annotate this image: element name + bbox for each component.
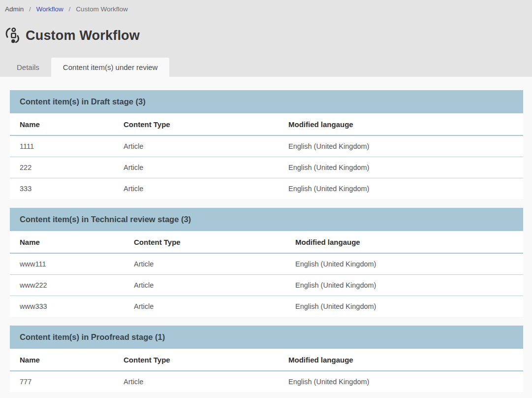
- table-header-row: NameContent TypeModified langauge: [10, 231, 523, 253]
- stage-section: Content item(s) in Technical review stag…: [10, 208, 523, 317]
- tab-content-items-under-review[interactable]: Content item(s) under review: [51, 58, 170, 77]
- item-name: 333: [10, 178, 114, 199]
- stage-section: Content item(s) in Draft stage (3) NameC…: [10, 90, 523, 199]
- table-header-row: NameContent TypeModified langauge: [10, 113, 523, 135]
- workflow-icon: [4, 26, 21, 45]
- breadcrumb-item-workflow[interactable]: Workflow: [36, 5, 63, 13]
- table-row: www222ArticleEnglish (United Kingdom): [10, 275, 523, 296]
- table-row: 1111ArticleEnglish (United Kingdom): [10, 135, 523, 157]
- column-header: Modified langauge: [279, 113, 523, 135]
- item-name: 222: [10, 157, 114, 178]
- item-name: www111: [10, 253, 124, 275]
- stage-section-heading: Content item(s) in Technical review stag…: [10, 208, 523, 231]
- title-row: Custom Workflow: [4, 26, 140, 45]
- content-area: Content item(s) in Draft stage (3) NameC…: [0, 77, 532, 392]
- item-name: www222: [10, 275, 124, 296]
- item-language: English (United Kingdom): [279, 371, 523, 392]
- item-content-type: Article: [124, 296, 285, 317]
- column-header: Name: [10, 231, 124, 253]
- item-language: English (United Kingdom): [285, 253, 523, 275]
- item-language: English (United Kingdom): [279, 135, 523, 157]
- item-content-type: Article: [114, 157, 279, 178]
- table-row: www333ArticleEnglish (United Kingdom): [10, 296, 523, 317]
- item-content-type: Article: [114, 135, 279, 157]
- item-content-type: Article: [124, 253, 285, 275]
- item-content-type: Article: [114, 371, 279, 392]
- column-header: Modified langauge: [279, 349, 523, 371]
- tab-details[interactable]: Details: [5, 58, 51, 77]
- column-header: Content Type: [114, 349, 279, 371]
- column-header: Modified langauge: [285, 231, 523, 253]
- breadcrumb-separator: /: [29, 5, 31, 13]
- item-name: 777: [10, 371, 114, 392]
- item-name: www333: [10, 296, 124, 317]
- column-header: Content Type: [114, 113, 279, 135]
- breadcrumb: Admin / Workflow / Custom Workflow: [5, 5, 128, 13]
- table-header-row: NameContent TypeModified langauge: [10, 349, 523, 371]
- table-row: www111ArticleEnglish (United Kingdom): [10, 253, 523, 275]
- stage-section-heading: Content item(s) in Draft stage (3): [10, 90, 523, 113]
- breadcrumb-item-current: Custom Workflow: [76, 5, 128, 13]
- item-language: English (United Kingdom): [279, 178, 523, 199]
- content-items-table: NameContent TypeModified langauge www111…: [10, 231, 523, 317]
- column-header: Content Type: [124, 231, 285, 253]
- content-items-table: NameContent TypeModified langauge 777Art…: [10, 349, 523, 392]
- page-title: Custom Workflow: [26, 28, 140, 43]
- item-language: English (United Kingdom): [279, 157, 523, 178]
- table-row: 333ArticleEnglish (United Kingdom): [10, 178, 523, 199]
- item-language: English (United Kingdom): [285, 275, 523, 296]
- page-header: Admin / Workflow / Custom Workflow Custo…: [0, 0, 532, 77]
- item-content-type: Article: [114, 178, 279, 199]
- table-row: 777ArticleEnglish (United Kingdom): [10, 371, 523, 392]
- column-header: Name: [10, 113, 114, 135]
- table-row: 222ArticleEnglish (United Kingdom): [10, 157, 523, 178]
- stage-section-heading: Content item(s) in Proofread stage (1): [10, 326, 523, 349]
- breadcrumb-separator: /: [69, 5, 71, 13]
- breadcrumb-item-admin: Admin: [5, 5, 24, 13]
- item-language: English (United Kingdom): [285, 296, 523, 317]
- stage-sections: Content item(s) in Draft stage (3) NameC…: [10, 90, 523, 392]
- content-items-table: NameContent TypeModified langauge 1111Ar…: [10, 113, 523, 199]
- column-header: Name: [10, 349, 114, 371]
- item-name: 1111: [10, 135, 114, 157]
- tab-bar: Details Content item(s) under review: [5, 58, 169, 77]
- item-content-type: Article: [124, 275, 285, 296]
- stage-section: Content item(s) in Proofread stage (1) N…: [10, 326, 523, 392]
